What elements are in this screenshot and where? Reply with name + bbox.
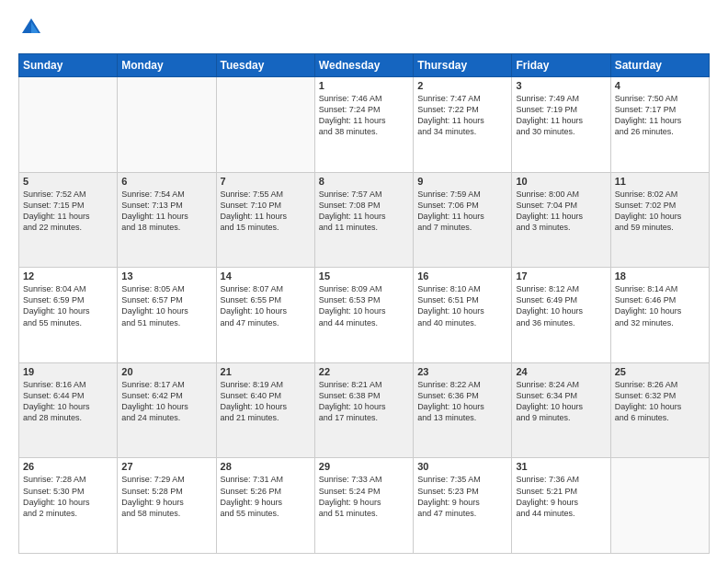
- page: SundayMondayTuesdayWednesdayThursdayFrid…: [0, 0, 728, 563]
- day-number: 23: [417, 366, 507, 377]
- day-info: Sunrise: 7:49 AM Sunset: 7:19 PM Dayligh…: [516, 93, 606, 138]
- calendar-cell: 7Sunrise: 7:55 AM Sunset: 7:10 PM Daylig…: [216, 172, 314, 268]
- day-info: Sunrise: 8:14 AM Sunset: 6:46 PM Dayligh…: [615, 283, 705, 328]
- day-info: Sunrise: 8:09 AM Sunset: 6:53 PM Dayligh…: [319, 283, 409, 328]
- day-info: Sunrise: 8:12 AM Sunset: 6:49 PM Dayligh…: [516, 283, 606, 328]
- day-number: 28: [221, 461, 311, 472]
- calendar-cell: 28Sunrise: 7:31 AM Sunset: 5:26 PM Dayli…: [216, 458, 314, 554]
- day-info: Sunrise: 7:57 AM Sunset: 7:08 PM Dayligh…: [319, 189, 409, 234]
- calendar-cell: [610, 458, 709, 554]
- calendar-table: SundayMondayTuesdayWednesdayThursdayFrid…: [18, 53, 710, 554]
- day-number: 5: [23, 176, 113, 187]
- day-info: Sunrise: 8:10 AM Sunset: 6:51 PM Dayligh…: [417, 283, 507, 328]
- calendar-cell: [216, 77, 314, 173]
- calendar-cell: 30Sunrise: 7:35 AM Sunset: 5:23 PM Dayli…: [414, 458, 512, 554]
- day-info: Sunrise: 8:02 AM Sunset: 7:02 PM Dayligh…: [615, 189, 705, 234]
- calendar-cell: 27Sunrise: 7:29 AM Sunset: 5:28 PM Dayli…: [118, 458, 216, 554]
- day-info: Sunrise: 7:33 AM Sunset: 5:24 PM Dayligh…: [319, 474, 409, 519]
- calendar-day-header: Sunday: [19, 54, 118, 77]
- calendar-cell: 5Sunrise: 7:52 AM Sunset: 7:15 PM Daylig…: [19, 172, 118, 268]
- day-info: Sunrise: 7:36 AM Sunset: 5:21 PM Dayligh…: [516, 474, 606, 519]
- day-number: 26: [23, 461, 113, 472]
- day-number: 15: [319, 270, 409, 282]
- day-info: Sunrise: 7:47 AM Sunset: 7:22 PM Dayligh…: [417, 93, 507, 138]
- day-info: Sunrise: 8:19 AM Sunset: 6:40 PM Dayligh…: [221, 379, 311, 424]
- day-info: Sunrise: 7:29 AM Sunset: 5:28 PM Dayligh…: [121, 474, 211, 519]
- calendar-cell: 16Sunrise: 8:10 AM Sunset: 6:51 PM Dayli…: [414, 268, 512, 363]
- day-number: 29: [319, 461, 409, 472]
- day-number: 10: [516, 176, 606, 187]
- calendar-cell: 10Sunrise: 8:00 AM Sunset: 7:04 PM Dayli…: [512, 172, 610, 268]
- calendar-week-row: 1Sunrise: 7:46 AM Sunset: 7:24 PM Daylig…: [19, 77, 710, 173]
- calendar-cell: 17Sunrise: 8:12 AM Sunset: 6:49 PM Dayli…: [512, 268, 610, 363]
- calendar-cell: 3Sunrise: 7:49 AM Sunset: 7:19 PM Daylig…: [512, 77, 610, 173]
- calendar-header-row: SundayMondayTuesdayWednesdayThursdayFrid…: [19, 54, 710, 77]
- calendar-cell: 29Sunrise: 7:33 AM Sunset: 5:24 PM Dayli…: [314, 458, 413, 554]
- day-number: 27: [121, 461, 211, 472]
- calendar-cell: 11Sunrise: 8:02 AM Sunset: 7:02 PM Dayli…: [610, 172, 709, 268]
- calendar-day-header: Tuesday: [216, 54, 314, 77]
- day-number: 24: [516, 366, 606, 377]
- day-number: 20: [121, 366, 211, 377]
- calendar-day-header: Thursday: [414, 54, 512, 77]
- calendar-cell: 25Sunrise: 8:26 AM Sunset: 6:32 PM Dayli…: [610, 362, 709, 458]
- day-info: Sunrise: 8:05 AM Sunset: 6:57 PM Dayligh…: [121, 283, 211, 328]
- day-number: 19: [23, 366, 113, 377]
- calendar-cell: 8Sunrise: 7:57 AM Sunset: 7:08 PM Daylig…: [314, 172, 413, 268]
- day-info: Sunrise: 7:59 AM Sunset: 7:06 PM Dayligh…: [417, 189, 507, 234]
- calendar-cell: 14Sunrise: 8:07 AM Sunset: 6:55 PM Dayli…: [216, 268, 314, 363]
- day-number: 12: [23, 270, 113, 282]
- day-number: 30: [417, 461, 507, 472]
- day-number: 7: [221, 176, 311, 187]
- day-info: Sunrise: 8:17 AM Sunset: 6:42 PM Dayligh…: [121, 379, 211, 424]
- day-number: 31: [516, 461, 606, 472]
- logo: [18, 15, 48, 44]
- day-number: 9: [417, 176, 507, 187]
- day-info: Sunrise: 8:04 AM Sunset: 6:59 PM Dayligh…: [23, 283, 113, 328]
- day-number: 2: [417, 80, 507, 91]
- day-info: Sunrise: 8:07 AM Sunset: 6:55 PM Dayligh…: [221, 283, 311, 328]
- calendar-cell: [19, 77, 118, 173]
- calendar-day-header: Saturday: [610, 54, 709, 77]
- calendar-week-row: 26Sunrise: 7:28 AM Sunset: 5:30 PM Dayli…: [19, 458, 710, 554]
- day-info: Sunrise: 8:24 AM Sunset: 6:34 PM Dayligh…: [516, 379, 606, 424]
- day-number: 3: [516, 80, 606, 91]
- day-number: 8: [319, 176, 409, 187]
- calendar-cell: 18Sunrise: 8:14 AM Sunset: 6:46 PM Dayli…: [610, 268, 709, 363]
- calendar-day-header: Friday: [512, 54, 610, 77]
- calendar-cell: 13Sunrise: 8:05 AM Sunset: 6:57 PM Dayli…: [118, 268, 216, 363]
- day-number: 22: [319, 366, 409, 377]
- day-info: Sunrise: 7:52 AM Sunset: 7:15 PM Dayligh…: [23, 189, 113, 234]
- logo-icon: [18, 15, 44, 40]
- calendar-cell: 20Sunrise: 8:17 AM Sunset: 6:42 PM Dayli…: [118, 362, 216, 458]
- day-info: Sunrise: 8:16 AM Sunset: 6:44 PM Dayligh…: [23, 379, 113, 424]
- day-number: 13: [121, 270, 211, 282]
- day-info: Sunrise: 8:22 AM Sunset: 6:36 PM Dayligh…: [417, 379, 507, 424]
- calendar-cell: 2Sunrise: 7:47 AM Sunset: 7:22 PM Daylig…: [414, 77, 512, 173]
- header: [18, 15, 710, 44]
- day-info: Sunrise: 8:21 AM Sunset: 6:38 PM Dayligh…: [319, 379, 409, 424]
- day-info: Sunrise: 7:28 AM Sunset: 5:30 PM Dayligh…: [23, 474, 113, 519]
- calendar-week-row: 19Sunrise: 8:16 AM Sunset: 6:44 PM Dayli…: [19, 362, 710, 458]
- calendar-cell: 31Sunrise: 7:36 AM Sunset: 5:21 PM Dayli…: [512, 458, 610, 554]
- calendar-cell: 15Sunrise: 8:09 AM Sunset: 6:53 PM Dayli…: [314, 268, 413, 363]
- day-info: Sunrise: 7:50 AM Sunset: 7:17 PM Dayligh…: [615, 93, 705, 138]
- day-info: Sunrise: 7:35 AM Sunset: 5:23 PM Dayligh…: [417, 474, 507, 519]
- calendar-cell: 9Sunrise: 7:59 AM Sunset: 7:06 PM Daylig…: [414, 172, 512, 268]
- calendar-cell: 22Sunrise: 8:21 AM Sunset: 6:38 PM Dayli…: [314, 362, 413, 458]
- day-info: Sunrise: 7:46 AM Sunset: 7:24 PM Dayligh…: [319, 93, 409, 138]
- calendar-week-row: 5Sunrise: 7:52 AM Sunset: 7:15 PM Daylig…: [19, 172, 710, 268]
- calendar-day-header: Monday: [118, 54, 216, 77]
- calendar-cell: 1Sunrise: 7:46 AM Sunset: 7:24 PM Daylig…: [314, 77, 413, 173]
- calendar-cell: 26Sunrise: 7:28 AM Sunset: 5:30 PM Dayli…: [19, 458, 118, 554]
- day-number: 4: [615, 80, 705, 91]
- calendar-cell: 21Sunrise: 8:19 AM Sunset: 6:40 PM Dayli…: [216, 362, 314, 458]
- day-number: 18: [615, 270, 705, 282]
- calendar-cell: 12Sunrise: 8:04 AM Sunset: 6:59 PM Dayli…: [19, 268, 118, 363]
- day-number: 17: [516, 270, 606, 282]
- day-info: Sunrise: 7:54 AM Sunset: 7:13 PM Dayligh…: [121, 189, 211, 234]
- day-number: 14: [221, 270, 311, 282]
- calendar-cell: 19Sunrise: 8:16 AM Sunset: 6:44 PM Dayli…: [19, 362, 118, 458]
- calendar-cell: 24Sunrise: 8:24 AM Sunset: 6:34 PM Dayli…: [512, 362, 610, 458]
- day-number: 21: [221, 366, 311, 377]
